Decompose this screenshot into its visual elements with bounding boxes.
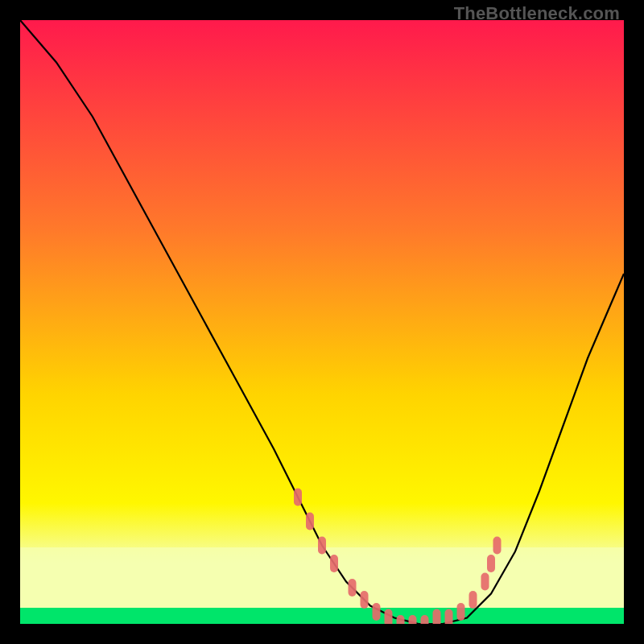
highlight-dot (318, 537, 326, 555)
bottleneck-chart-svg (20, 20, 624, 624)
highlight-dot (433, 609, 441, 625)
gradient-background (20, 20, 624, 624)
highlight-dot (445, 609, 453, 625)
highlight-dot (487, 555, 495, 572)
highlight-dot (306, 513, 314, 530)
plot-area (20, 20, 624, 624)
highlight-dot (493, 537, 502, 555)
highlight-dot (373, 603, 381, 621)
highlight-dot (469, 591, 477, 609)
highlight-dot (481, 573, 489, 591)
highlight-dot (421, 615, 429, 624)
highlight-dot (385, 609, 393, 625)
highlight-dot (361, 591, 369, 609)
highlight-dot (330, 555, 338, 572)
chart-frame: TheBottleneck.com (0, 0, 644, 644)
highlight-dot (409, 615, 417, 624)
highlight-dot (397, 615, 405, 624)
highlight-dot (349, 579, 357, 597)
highlight-dot (457, 603, 465, 621)
green-band (20, 608, 624, 624)
highlight-dot (294, 489, 302, 506)
